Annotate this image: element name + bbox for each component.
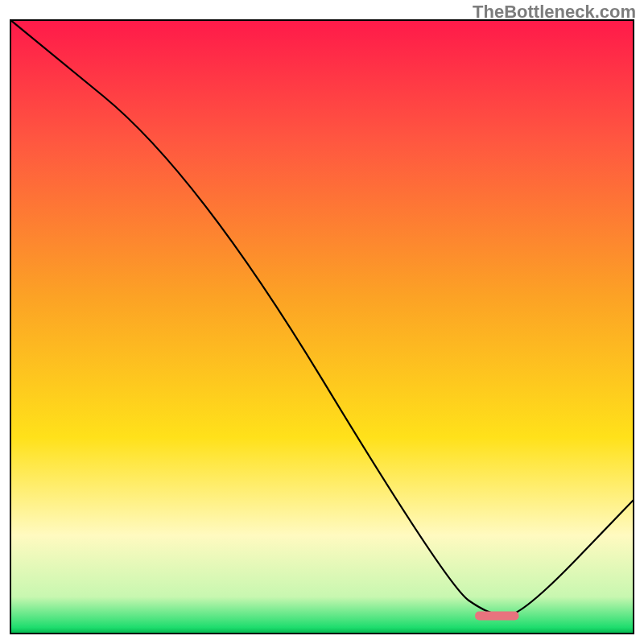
optimal-marker	[475, 612, 518, 621]
bottleneck-chart	[10, 19, 634, 634]
chart-container: TheBottleneck.com	[0, 0, 644, 644]
plot-area	[10, 19, 634, 634]
chart-background	[10, 20, 634, 634]
